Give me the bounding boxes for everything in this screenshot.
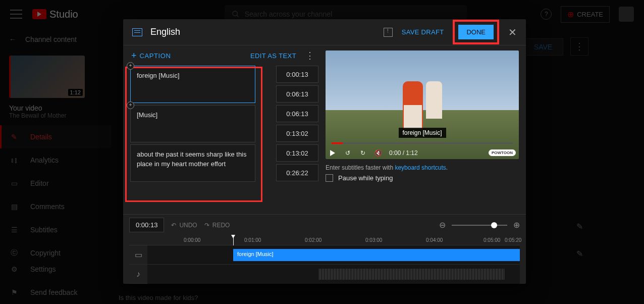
- pause-checkbox[interactable]: [326, 174, 333, 182]
- video-thumbnail[interactable]: 1:12: [9, 56, 85, 98]
- modal-title: English: [150, 27, 180, 37]
- caption-track-icon[interactable]: ▭: [129, 245, 147, 265]
- video-title: The Bewail of Mother: [0, 112, 111, 125]
- close-icon[interactable]: ✕: [508, 26, 517, 38]
- zoom-out-icon[interactable]: ⊖: [439, 220, 446, 230]
- copyright-icon: ⓒ: [9, 248, 19, 258]
- sidebar-item-details[interactable]: ✎ Details: [0, 125, 111, 148]
- rewind-icon[interactable]: ↺: [344, 149, 352, 157]
- sidebar-item-editor[interactable]: ▭ Editor: [0, 172, 111, 195]
- sidebar-item-analytics[interactable]: ⫾⫿ Analytics: [0, 148, 111, 172]
- bg-edit-icon-2[interactable]: ✎: [570, 244, 588, 263]
- progress-bar[interactable]: [332, 142, 513, 144]
- caption-end-time[interactable]: 0:26:22: [276, 164, 318, 181]
- caption-overlay: foreign [Music]: [398, 128, 446, 138]
- done-button[interactable]: DONE: [458, 25, 494, 39]
- pencil-icon: ✎: [9, 132, 19, 142]
- search-placeholder: Search across your channel: [245, 10, 333, 18]
- undo-button[interactable]: ↶ UNDO: [171, 222, 197, 229]
- sidebar-item-comments[interactable]: ▤ Comments: [0, 195, 111, 218]
- help-icon[interactable]: ?: [541, 9, 552, 20]
- menu-icon[interactable]: [10, 8, 22, 20]
- caption-end-time[interactable]: 0:13:02: [276, 125, 318, 142]
- zoom-slider[interactable]: [452, 225, 507, 226]
- caption-text-input[interactable]: about the past it seems sharp like this …: [130, 144, 255, 182]
- sidebar-item-feedback[interactable]: ⚑ Send feedback: [0, 281, 111, 304]
- play-icon[interactable]: [329, 149, 337, 157]
- keyboard-shortcuts-link[interactable]: keyboard shortcuts: [395, 164, 446, 171]
- back-label: Channel content: [25, 35, 77, 43]
- redo-button[interactable]: ↷ REDO: [204, 222, 230, 229]
- subtitles-icon: ☰: [9, 225, 19, 235]
- edit-as-text-button[interactable]: EDIT AS TEXT: [250, 52, 296, 60]
- sidebar-item-label: Analytics: [30, 156, 59, 164]
- your-video-label: Your video: [0, 101, 111, 112]
- undo-icon: ↶: [171, 222, 176, 229]
- insert-caption-icon[interactable]: +: [127, 62, 134, 70]
- gear-icon: ⚙: [9, 264, 19, 274]
- caption-start-time[interactable]: 0:13:02: [276, 144, 318, 162]
- create-button[interactable]: ⊕ CREATE: [561, 6, 610, 23]
- preview-column: foreign [Music] ↺ ↻ 🔇 0:00 / 1:12 POWTOO…: [323, 45, 526, 214]
- pause-label: Pause while typing: [338, 174, 393, 182]
- svg-point-0: [233, 11, 237, 16]
- timeline-ruler[interactable]: 0:00:00 0:01:00 0:02:00 0:03:00 0:04:00 …: [129, 237, 520, 245]
- sidebar-item-label: Subtitles: [30, 226, 58, 234]
- caption-end-time[interactable]: 0:06:13: [276, 85, 318, 103]
- volume-icon[interactable]: 🔇: [374, 149, 382, 157]
- done-highlight: DONE: [453, 20, 499, 44]
- caption-start-time[interactable]: 0:06:13: [276, 105, 318, 122]
- caption-start-time[interactable]: 0:00:13: [276, 66, 318, 83]
- redo-icon: ↷: [204, 222, 209, 229]
- time-display: 0:00 / 1:12: [389, 149, 418, 157]
- subtitle-editor-modal: English SAVE DRAFT DONE ✕ + CAPTION EDIT…: [123, 19, 526, 284]
- kids-question: Is this video made for kids?: [119, 294, 198, 301]
- caption-text-input[interactable]: + [Music]: [130, 105, 255, 142]
- sidebar: ← Channel content 1:12 Your video The Be…: [0, 28, 111, 304]
- forward-icon[interactable]: ↻: [359, 149, 367, 157]
- caption-track[interactable]: foreign [Music]: [147, 245, 520, 265]
- analytics-icon: ⫾⫿: [9, 155, 19, 165]
- add-caption-button[interactable]: CAPTION: [140, 52, 171, 60]
- youtube-play-icon: [32, 9, 46, 19]
- bg-overflow-button[interactable]: ⋮: [570, 37, 588, 56]
- sidebar-item-label: Details: [30, 133, 52, 141]
- zoom-in-icon[interactable]: ⊕: [513, 220, 520, 230]
- overflow-icon[interactable]: ⋮: [305, 50, 314, 61]
- sidebar-item-label: Send feedback: [30, 288, 77, 296]
- sidebar-item-label: Editor: [30, 179, 49, 187]
- sidebar-item-settings[interactable]: ⚙ Settings: [0, 258, 111, 281]
- current-time[interactable]: 0:00:13: [129, 218, 164, 232]
- insert-caption-icon[interactable]: +: [127, 102, 134, 109]
- sidebar-item-subtitles[interactable]: ☰ Subtitles: [0, 218, 111, 241]
- svg-line-1: [237, 15, 238, 17]
- caption-block[interactable]: foreign [Music]: [233, 249, 520, 261]
- arrow-left-icon: ←: [9, 35, 16, 43]
- caption-text: foreign [Music]: [137, 72, 180, 79]
- video-preview[interactable]: foreign [Music] ↺ ↻ 🔇 0:00 / 1:12 POWTOO…: [326, 50, 519, 159]
- caption-editor-column: + CAPTION EDIT AS TEXT ⋮ + foreign [Musi…: [123, 45, 323, 214]
- plus-icon[interactable]: +: [131, 50, 137, 61]
- editor-icon: ▭: [9, 178, 19, 188]
- feedback-icon[interactable]: [384, 28, 393, 37]
- caption-text-input[interactable]: + foreign [Music]: [130, 66, 255, 103]
- brand-text: Studio: [49, 9, 78, 20]
- back-button[interactable]: ← Channel content: [0, 28, 111, 50]
- caption-text: about the past it seems sharp like this …: [137, 150, 247, 168]
- audio-track-icon[interactable]: ♪: [129, 265, 147, 284]
- waveform: [319, 269, 505, 280]
- bg-edit-icon-1[interactable]: ✎: [570, 217, 588, 235]
- hint-text: Enter subtitles faster with keyboard sho…: [326, 164, 519, 171]
- logo[interactable]: Studio: [32, 9, 78, 20]
- bg-save-button[interactable]: SAVE: [523, 38, 563, 56]
- powtoon-badge: POWTOON: [489, 149, 516, 156]
- avatar[interactable]: [619, 7, 634, 22]
- modal-header: English SAVE DRAFT DONE ✕: [123, 19, 526, 45]
- audio-track[interactable]: [147, 265, 520, 284]
- plus-icon: ⊕: [567, 10, 574, 19]
- save-draft-button[interactable]: SAVE DRAFT: [402, 28, 444, 36]
- thumbnail-duration: 1:12: [68, 89, 83, 96]
- sidebar-item-label: Comments: [30, 202, 65, 211]
- timeline: 0:00:13 ↶ UNDO ↷ REDO ⊖ ⊕ 0:00:00 0:01:0…: [123, 214, 526, 284]
- comments-icon: ▤: [9, 201, 19, 212]
